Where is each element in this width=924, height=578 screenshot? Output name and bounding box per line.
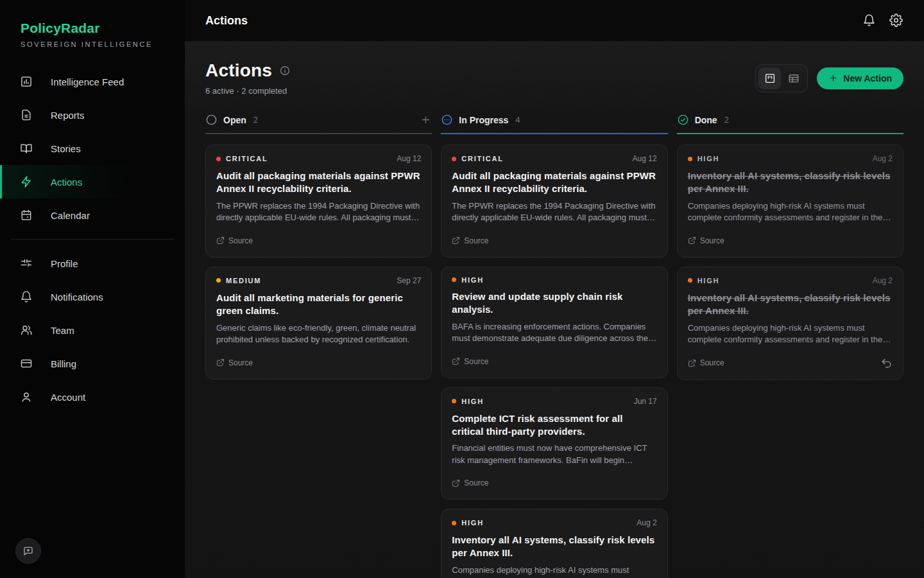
action-card[interactable]: CRITICALAug 12Audit all packaging materi… (441, 144, 667, 258)
source-link[interactable]: Source (688, 236, 724, 245)
action-card[interactable]: HIGHAug 2Inventory all AI systems, class… (441, 509, 667, 578)
card-header: HIGHJun 17 (452, 397, 656, 406)
due-date: Sep 27 (397, 276, 421, 285)
external-link-icon (216, 358, 225, 367)
priority-label: HIGH (461, 398, 484, 405)
action-card[interactable]: MEDIUMSep 27Audit all marketing material… (205, 267, 432, 380)
kanban-board: Open2CRITICALAug 12Audit all packaging m… (205, 114, 903, 578)
priority-label: CRITICAL (226, 155, 268, 162)
priority-label: CRITICAL (461, 155, 503, 162)
priority-dot-icon (452, 277, 456, 282)
column-label: Open (223, 115, 246, 125)
settings-button[interactable] (889, 13, 903, 28)
priority-dot-icon (216, 278, 221, 283)
column-count: 2 (253, 115, 258, 125)
sidebar-item-billing[interactable]: Billing (0, 347, 185, 380)
sidebar-item-label: Team (51, 325, 74, 336)
lightning-icon (20, 175, 33, 188)
card-header: HIGHAug 2 (688, 276, 893, 285)
card-footer: Source (216, 235, 421, 247)
source-link[interactable]: Source (688, 358, 724, 367)
column-count: 2 (724, 115, 729, 125)
sidebar-item-label: Reports (51, 110, 85, 121)
priority-dot-icon (688, 157, 692, 161)
card-title: Review and update supply chain risk anal… (452, 290, 656, 316)
kanban-view-button[interactable] (758, 67, 781, 89)
card-header: CRITICALAug 12 (216, 154, 421, 163)
priority-badge: HIGH (452, 398, 484, 405)
gear-icon (889, 13, 903, 28)
source-link[interactable]: Source (452, 357, 488, 366)
card-header: HIGHAug 2 (688, 154, 893, 163)
card-footer: Source (216, 357, 421, 369)
priority-label: MEDIUM (226, 277, 261, 285)
priority-label: HIGH (461, 519, 484, 527)
sidebar-item-actions[interactable]: Actions (0, 165, 185, 198)
table-view-button[interactable] (782, 67, 805, 89)
source-link[interactable]: Source (216, 358, 253, 367)
topbar-actions (862, 13, 903, 28)
card-footer: Source (688, 357, 893, 369)
external-link-icon (452, 236, 460, 245)
external-link-icon (216, 236, 225, 245)
source-label: Source (228, 358, 253, 367)
priority-badge: HIGH (688, 277, 720, 285)
sidebar-item-profile[interactable]: Profile (0, 247, 185, 280)
sidebar-item-team[interactable]: Team (0, 313, 185, 347)
page-header-left: Actions 6 active · 2 completed (205, 60, 290, 96)
sidebar-item-stories[interactable]: Stories (0, 132, 185, 165)
action-card[interactable]: HIGHAug 2Inventory all AI systems, class… (677, 267, 903, 380)
priority-label: HIGH (461, 276, 484, 284)
main: Actions Actions 6 active · 2 completed (185, 0, 924, 578)
sidebar-item-label: Profile (51, 258, 78, 269)
card-description: Companies deploying high-risk AI systems… (688, 322, 893, 346)
undo-button[interactable] (880, 357, 893, 369)
column-open: Open2CRITICALAug 12Audit all packaging m… (205, 114, 432, 578)
sidebar: PolicyRadar SOVEREIGN INTELLIGENCE Intel… (0, 0, 185, 578)
external-link-icon (688, 236, 696, 245)
sidebar-nav: Intelligence FeedReportsStoriesActionsCa… (0, 65, 185, 414)
circle-icon (205, 114, 218, 126)
feedback-button[interactable] (15, 538, 41, 564)
action-card[interactable]: HIGHAug 2Inventory all AI systems, class… (677, 144, 903, 258)
column-header: Done2 (677, 114, 903, 134)
source-link[interactable]: Source (452, 478, 488, 487)
card-header: CRITICALAug 12 (452, 154, 656, 163)
view-toggle (755, 64, 808, 92)
sidebar-item-intelligence-feed[interactable]: Intelligence Feed (0, 65, 185, 98)
card-title: Inventory all AI systems, classify risk … (688, 170, 893, 195)
card-description: Companies deploying high-risk AI systems… (452, 565, 656, 578)
sidebar-item-reports[interactable]: Reports (0, 98, 185, 132)
plus-icon (828, 73, 838, 83)
users-icon (20, 324, 33, 337)
card-description: BAFA is increasing enforcement actions. … (452, 321, 656, 345)
cards-list: HIGHAug 2Inventory all AI systems, class… (677, 144, 903, 380)
sidebar-item-account[interactable]: Account (0, 380, 185, 414)
source-label: Source (228, 236, 253, 245)
card-description: The PPWR replaces the 1994 Packaging Dir… (216, 200, 421, 224)
sidebar-item-notifications[interactable]: Notifications (0, 280, 185, 313)
column-count: 4 (515, 115, 520, 125)
priority-badge: HIGH (452, 519, 484, 527)
action-card[interactable]: HIGHReview and update supply chain risk … (441, 267, 667, 378)
card-title: Audit all packaging materials against PP… (216, 170, 421, 195)
due-date: Aug 2 (637, 518, 656, 527)
info-icon[interactable] (280, 66, 290, 76)
new-action-button[interactable]: New Action (817, 67, 903, 89)
sidebar-item-label: Stories (51, 143, 81, 154)
source-link[interactable]: Source (452, 236, 488, 245)
source-link[interactable]: Source (216, 236, 253, 245)
column-done: Done2HIGHAug 2Inventory all AI systems, … (677, 114, 903, 578)
source-label: Source (464, 236, 488, 245)
external-link-icon (452, 357, 460, 365)
notifications-button[interactable] (862, 13, 877, 28)
card-header: HIGH (452, 276, 656, 284)
card-title: Inventory all AI systems, classify risk … (452, 534, 656, 559)
card-title: Complete ICT risk assessment for all cri… (452, 412, 656, 438)
card-footer: Source (452, 477, 656, 489)
action-card[interactable]: CRITICALAug 12Audit all packaging materi… (205, 144, 432, 258)
sidebar-item-calendar[interactable]: Calendar (0, 198, 185, 232)
priority-label: HIGH (697, 277, 720, 285)
action-card[interactable]: HIGHJun 17Complete ICT risk assessment f… (441, 387, 667, 500)
add-card-button[interactable] (420, 114, 432, 126)
